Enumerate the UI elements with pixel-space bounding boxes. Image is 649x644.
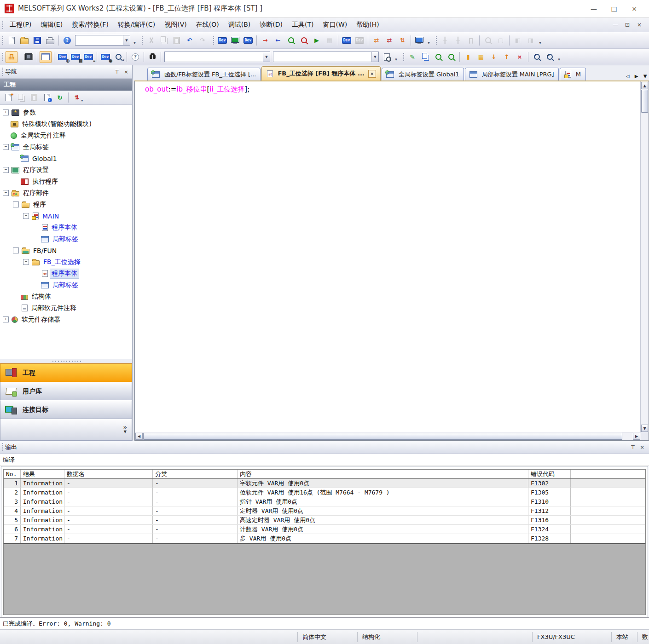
remote-operation-icon[interactable] — [413, 34, 425, 46]
menu-debug[interactable]: 调试(B) — [224, 18, 255, 31]
bookmark-set-icon[interactable]: ▮ — [462, 51, 474, 63]
column-header[interactable]: No. — [4, 470, 21, 478]
output-compile-tab[interactable]: 编译 — [0, 454, 649, 466]
tab-global-label-setting[interactable]: 全局标签设置 Global1 — [382, 68, 464, 80]
toolbar-overflow-icon[interactable]: ▾ — [426, 34, 432, 46]
nav-more-icon[interactable]: » — [123, 425, 127, 430]
find-in-page-icon[interactable] — [381, 51, 393, 63]
table-row[interactable]: 2Information--位软元件 VAR用 使用16点 (范围 M7664 … — [4, 488, 645, 497]
tree-local-device-comment[interactable]: 局部软元件注释 — [0, 302, 132, 314]
window-minimize-button[interactable]: — — [584, 2, 604, 16]
tree-parameter[interactable]: +*参数 — [0, 107, 132, 118]
column-header[interactable]: 内容 — [238, 470, 528, 478]
menu-online[interactable]: 在线(O) — [191, 18, 224, 31]
toolbar-overflow-icon[interactable]: ▾ — [132, 34, 138, 46]
monitor-mode-icon[interactable] — [285, 34, 297, 46]
window-close-button[interactable]: × — [624, 2, 644, 16]
nav-button-connection-destination[interactable]: 连接目标 — [0, 400, 132, 419]
find-previous-icon[interactable] — [432, 51, 444, 63]
menu-convert-compile[interactable]: 转换/编译(C) — [113, 18, 160, 31]
scroll-up-icon[interactable]: ▲ — [641, 82, 648, 89]
tree-expand-icon[interactable]: + — [3, 316, 9, 322]
monitor-start-icon[interactable]: ▶ — [311, 34, 323, 46]
st-editor[interactable]: ob_out:=ib_移位串[ii_工位选择]; ▲ ▼ ◀ ▶ — [134, 80, 649, 441]
table-row[interactable]: 5Information--高速定时器 VAR用 使用0点F1316 — [4, 516, 645, 525]
tree-fb-program-body[interactable]: st程序本体 — [0, 268, 132, 279]
tree-collapse-icon[interactable]: − — [3, 144, 9, 150]
device-comment-icon[interactable]: Dev — [216, 34, 228, 46]
transfer-setup-icon[interactable]: ⇄ — [383, 34, 395, 46]
zoom-in-icon[interactable]: + — [531, 51, 543, 63]
tree-collapse-icon[interactable]: − — [23, 213, 29, 219]
device-find-icon[interactable]: Dev◎ — [57, 51, 69, 63]
nav-pin-icon[interactable]: ⊤ — [113, 68, 121, 75]
combo-dropdown-icon[interactable]: ▼ — [263, 52, 270, 62]
help-icon[interactable]: ? — [61, 34, 73, 46]
nav-more-area[interactable]: » ▼ — [0, 419, 132, 441]
find-text-combo[interactable]: ▼ — [164, 52, 270, 62]
nav-button-user-library[interactable]: 用户库 — [0, 382, 132, 401]
bookmark-delete-icon[interactable]: × — [514, 51, 526, 63]
tab-fb-label-setting[interactable]: 函数/FB标签设置 FB_工位选择 [... — [147, 68, 261, 80]
edit-mode-icon[interactable]: ✎ — [406, 51, 418, 63]
combo-dropdown-icon[interactable]: ▼ — [123, 35, 130, 45]
find-icon[interactable] — [146, 51, 158, 63]
tree-device-memory[interactable]: +软元件存储器 — [0, 314, 132, 325]
nav-close-icon[interactable]: × — [122, 68, 130, 75]
column-header[interactable]: 分类 — [153, 470, 238, 478]
vertical-scroll-thumb[interactable] — [641, 90, 648, 113]
tree-expand-icon[interactable]: + — [3, 109, 9, 115]
table-row[interactable]: 3Information--指针 VAR用 使用0点F1310 — [4, 497, 645, 506]
device-io-icon[interactable]: Dev — [242, 34, 254, 46]
device-test-icon[interactable]: Dev — [341, 34, 353, 46]
menu-edit[interactable]: 编辑(E) — [36, 18, 67, 31]
table-row[interactable]: 7Information--步 VAR用 使用0点F1328 — [4, 534, 645, 543]
open-project-icon[interactable] — [18, 34, 30, 46]
navigation-window-toggle-icon[interactable]: 品 — [6, 51, 17, 63]
tree-collapse-icon[interactable]: − — [13, 247, 19, 253]
print-icon[interactable] — [44, 34, 56, 46]
project-data-combo[interactable]: ▼ — [75, 35, 130, 46]
table-row[interactable]: 1Information--字软元件 VAR用 使用0点F1302 — [4, 479, 645, 488]
toolbar-drag-handle[interactable] — [435, 35, 437, 46]
column-header[interactable]: 结果 — [21, 470, 64, 478]
menu-help[interactable]: 帮助(H) — [352, 18, 383, 31]
tree-program-setting[interactable]: −程序设置 — [0, 164, 132, 176]
toolbar-drag-handle[interactable] — [212, 35, 214, 46]
toolbar-drag-handle[interactable] — [1, 35, 4, 46]
tree-collapse-icon[interactable]: − — [23, 259, 29, 265]
tab-scroll-left-button[interactable]: ◁ — [624, 72, 632, 80]
tree-fb-fun[interactable]: −FB/FUN — [0, 245, 132, 256]
tree-pou[interactable]: −程序部件 — [0, 187, 132, 199]
write-to-plc-icon[interactable]: → — [259, 34, 271, 46]
column-header[interactable]: 错误代码 — [528, 470, 571, 478]
tab-close-icon[interactable]: × — [368, 70, 376, 78]
bookmark-next-icon[interactable]: ↓ — [488, 51, 500, 63]
menu-window[interactable]: 窗口(W) — [318, 18, 352, 31]
toolbar-drag-handle[interactable] — [141, 35, 143, 46]
toolbar-drag-handle[interactable] — [402, 52, 405, 62]
device-display-format-icon[interactable]: Dev◉▾ — [99, 51, 111, 63]
horizontal-scrollbar[interactable]: ◀ ▶ — [135, 432, 641, 440]
tree-global-device-comment[interactable]: 全局软元件注释 — [0, 130, 132, 141]
read-from-plc-icon[interactable]: ← — [272, 34, 284, 46]
scroll-left-icon[interactable]: ◀ — [135, 433, 143, 440]
module-configuration-icon[interactable] — [23, 51, 35, 63]
work-window-toggle-icon[interactable] — [40, 51, 52, 63]
device-reference-icon[interactable]: Dev≡ — [82, 51, 94, 63]
tree-main-program-body[interactable]: 程序本体 — [0, 222, 132, 233]
vertical-scrollbar[interactable]: ▲ ▼ — [640, 81, 649, 432]
toolbar-drag-handle[interactable] — [1, 52, 4, 62]
menu-tools[interactable]: 工具(T) — [287, 18, 318, 31]
new-data-icon[interactable] — [2, 92, 14, 104]
combo-dropdown-icon[interactable]: ▼ — [371, 52, 378, 62]
toolbar-overflow-icon[interactable]: ▾ — [537, 34, 543, 46]
window-maximize-button[interactable]: □ — [604, 2, 624, 16]
menu-drag-handle[interactable] — [1, 20, 4, 30]
new-project-icon[interactable] — [6, 34, 17, 46]
save-project-icon[interactable] — [31, 34, 43, 46]
mdi-close-button[interactable]: × — [633, 20, 645, 29]
tab-fb-program-body[interactable]: stFB_工位选择 [FB] 程序本体 ...× — [261, 66, 380, 80]
table-row[interactable]: 6Information--计数器 VAR用 使用0点F1324 — [4, 525, 645, 534]
refresh-icon[interactable]: ↻ — [54, 92, 66, 104]
